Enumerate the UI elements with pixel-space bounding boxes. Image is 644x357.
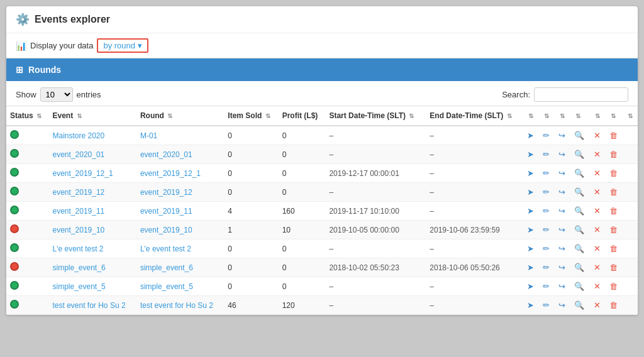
edit-icon[interactable]: ✏ <box>543 187 550 197</box>
login-icon[interactable]: ↪ <box>558 168 565 178</box>
delete-icon[interactable]: 🗑 <box>609 168 618 178</box>
round-link[interactable]: simple_event_6 <box>140 263 193 272</box>
col-round: Round ⇅ <box>136 106 224 126</box>
search-icon[interactable]: 🔍 <box>574 187 584 197</box>
event-link[interactable]: simple_event_6 <box>53 263 106 272</box>
edit-icon[interactable]: ✏ <box>543 150 550 159</box>
event-link[interactable]: event_2019_10 <box>53 226 105 234</box>
edit-icon[interactable]: ✏ <box>543 282 550 291</box>
round-link[interactable]: M-01 <box>140 131 157 140</box>
close-icon[interactable]: ✕ <box>594 131 601 140</box>
send-icon[interactable]: ➤ <box>527 131 534 140</box>
delete-icon[interactable]: 🗑 <box>609 206 618 216</box>
cell-action-delete: 🗑 <box>606 277 623 296</box>
delete-icon[interactable]: 🗑 <box>609 225 618 234</box>
entries-select[interactable]: 10 25 50 100 <box>40 87 73 102</box>
login-icon[interactable]: ↪ <box>558 282 565 291</box>
send-icon[interactable]: ➤ <box>527 282 534 291</box>
send-icon[interactable]: ➤ <box>527 225 534 234</box>
cell-action-send: ➤ <box>523 277 539 296</box>
login-icon[interactable]: ↪ <box>558 150 565 159</box>
login-icon[interactable]: ↪ <box>558 187 565 197</box>
round-link[interactable]: L'e event test 2 <box>140 244 191 253</box>
close-icon[interactable]: ✕ <box>594 282 601 291</box>
event-link[interactable]: event_2020_01 <box>53 150 105 159</box>
delete-icon[interactable]: 🗑 <box>609 244 618 253</box>
event-link[interactable]: L'e event test 2 <box>53 244 104 253</box>
send-icon[interactable]: ➤ <box>527 263 534 272</box>
delete-icon[interactable]: 🗑 <box>609 263 618 272</box>
edit-icon[interactable]: ✏ <box>543 168 550 178</box>
cell-profit: 0 <box>279 277 326 296</box>
cell-start-dt: – <box>325 126 426 145</box>
cell-action-edit: ✏ <box>539 239 555 258</box>
cell-end-dt: – <box>426 277 523 296</box>
send-icon[interactable]: ➤ <box>527 206 534 216</box>
search-icon[interactable]: 🔍 <box>574 206 584 216</box>
login-icon[interactable]: ↪ <box>558 131 565 140</box>
round-link[interactable]: event_2019_12_1 <box>140 169 201 178</box>
search-icon[interactable]: 🔍 <box>574 300 584 310</box>
close-icon[interactable]: ✕ <box>594 150 601 159</box>
search-icon[interactable]: 🔍 <box>574 168 584 178</box>
edit-icon[interactable]: ✏ <box>543 206 550 216</box>
sort-icon-round: ⇅ <box>167 113 172 119</box>
event-link[interactable]: Mainstore 2020 <box>53 131 105 140</box>
by-round-button[interactable]: by round ▾ <box>97 38 148 53</box>
round-link[interactable]: event_2019_12 <box>140 188 192 197</box>
round-link[interactable]: event_2019_10 <box>140 226 192 234</box>
edit-icon[interactable]: ✏ <box>543 263 550 272</box>
send-icon[interactable]: ➤ <box>527 187 534 197</box>
login-icon[interactable]: ↪ <box>558 300 565 310</box>
login-icon[interactable]: ↪ <box>558 225 565 234</box>
search-input[interactable] <box>534 87 628 102</box>
event-link[interactable]: event_2019_11 <box>53 207 105 216</box>
close-icon[interactable]: ✕ <box>594 187 601 197</box>
cell-action-login: ↪ <box>555 145 570 164</box>
event-link[interactable]: simple_event_5 <box>53 282 106 291</box>
cell-item-sold: 4 <box>224 202 278 221</box>
round-link[interactable]: test event for Ho Su 2 <box>140 301 213 310</box>
delete-icon[interactable]: 🗑 <box>609 150 618 159</box>
search-icon[interactable]: 🔍 <box>574 150 584 159</box>
event-link[interactable]: test event for Ho Su 2 <box>53 301 126 310</box>
edit-icon[interactable]: ✏ <box>543 244 550 253</box>
login-icon[interactable]: ↪ <box>558 263 565 272</box>
close-icon[interactable]: ✕ <box>594 225 601 234</box>
event-link[interactable]: event_2019_12 <box>53 188 105 197</box>
edit-icon[interactable]: ✏ <box>543 225 550 234</box>
close-icon[interactable]: ✕ <box>594 263 601 272</box>
search-icon[interactable]: 🔍 <box>574 131 584 140</box>
edit-icon[interactable]: ✏ <box>543 300 550 310</box>
close-icon[interactable]: ✕ <box>594 300 601 310</box>
delete-icon[interactable]: 🗑 <box>609 300 618 310</box>
round-link[interactable]: simple_event_5 <box>140 282 193 291</box>
send-icon[interactable]: ➤ <box>527 168 534 178</box>
cell-action-login: ↪ <box>555 239 570 258</box>
cell-status <box>6 183 49 202</box>
close-icon[interactable]: ✕ <box>594 206 601 216</box>
round-link[interactable]: event_2019_11 <box>140 207 192 216</box>
delete-icon[interactable]: 🗑 <box>609 282 618 291</box>
search-icon[interactable]: 🔍 <box>574 282 584 291</box>
cell-action-delete: 🗑 <box>606 258 623 277</box>
event-link[interactable]: event_2019_12_1 <box>53 169 113 178</box>
close-icon[interactable]: ✕ <box>594 168 601 178</box>
login-icon[interactable]: ↪ <box>558 244 565 253</box>
cell-event: event_2019_11 <box>49 202 136 221</box>
search-icon[interactable]: 🔍 <box>574 263 584 272</box>
round-link[interactable]: event_2020_01 <box>140 150 192 159</box>
edit-icon[interactable]: ✏ <box>543 131 550 140</box>
close-icon[interactable]: ✕ <box>594 244 601 253</box>
cell-action-edit: ✏ <box>539 296 555 315</box>
col-actions-6: ⇅ <box>606 106 623 126</box>
delete-icon[interactable]: 🗑 <box>609 187 618 197</box>
login-icon[interactable]: ↪ <box>558 206 565 216</box>
cell-item-sold: 0 <box>224 258 278 277</box>
search-icon[interactable]: 🔍 <box>574 244 584 253</box>
send-icon[interactable]: ➤ <box>527 300 534 310</box>
search-icon[interactable]: 🔍 <box>574 225 584 234</box>
send-icon[interactable]: ➤ <box>527 244 534 253</box>
send-icon[interactable]: ➤ <box>527 150 534 159</box>
delete-icon[interactable]: 🗑 <box>609 131 618 140</box>
